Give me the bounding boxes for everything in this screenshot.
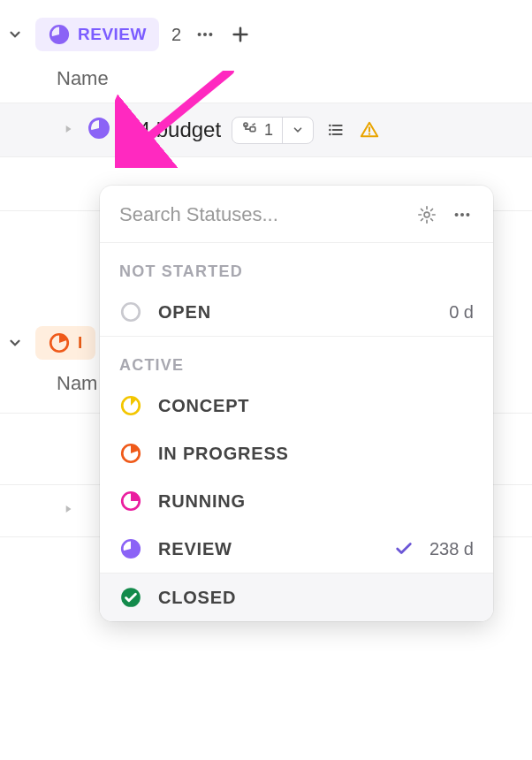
check-icon xyxy=(394,539,414,559)
svg-point-14 xyxy=(424,212,429,217)
svg-point-16 xyxy=(460,213,464,217)
more-menu-button[interactable] xyxy=(194,23,217,46)
status-option-review[interactable]: REVIEW 238 d xyxy=(100,525,493,573)
group-header-review: REVIEW 2 xyxy=(0,0,532,60)
in-progress-icon xyxy=(48,331,71,354)
status-group-active: ACTIVE xyxy=(100,337,493,382)
svg-point-18 xyxy=(122,303,140,321)
review-icon xyxy=(48,23,71,46)
status-more-button[interactable] xyxy=(451,203,474,226)
status-search-input[interactable] xyxy=(119,203,403,226)
ellipsis-icon xyxy=(195,25,215,44)
collapse-toggle[interactable] xyxy=(7,27,23,42)
subtask-chip: 1 xyxy=(232,117,314,144)
status-group-notstarted: NOT STARTED xyxy=(100,243,493,288)
status-badge-label: I xyxy=(78,333,83,353)
review-icon xyxy=(119,537,142,560)
subtask-dropdown-button[interactable] xyxy=(282,118,313,143)
expand-subtasks-toggle[interactable] xyxy=(62,503,74,518)
status-option-label: OPEN xyxy=(158,302,433,323)
open-icon xyxy=(119,300,142,323)
svg-point-3 xyxy=(209,33,212,36)
column-header-name[interactable]: Name xyxy=(0,60,532,103)
subtask-icon xyxy=(241,121,259,139)
task-row[interactable]: Q4 budget 1 xyxy=(0,103,532,157)
chevron-down-icon xyxy=(292,124,304,136)
status-option-concept[interactable]: CONCEPT xyxy=(100,382,493,429)
status-option-label: CLOSED xyxy=(158,588,474,608)
expand-subtasks-toggle[interactable] xyxy=(62,123,76,137)
status-option-label: IN PROGRESS xyxy=(158,444,474,464)
status-dropdown-header xyxy=(100,186,493,243)
svg-point-9 xyxy=(329,129,331,132)
svg-point-2 xyxy=(203,33,207,36)
running-icon xyxy=(119,490,142,513)
status-option-duration: 238 d xyxy=(429,539,474,559)
task-warning-indicator[interactable] xyxy=(358,118,381,141)
concept-icon xyxy=(119,394,142,417)
review-icon xyxy=(87,116,111,141)
collapse-toggle[interactable] xyxy=(7,335,23,351)
svg-point-12 xyxy=(369,133,370,134)
list-icon xyxy=(327,121,345,139)
in-progress-icon xyxy=(119,442,142,465)
svg-point-1 xyxy=(198,33,201,36)
status-option-label: RUNNING xyxy=(158,491,474,512)
svg-point-17 xyxy=(466,213,469,217)
status-option-closed[interactable]: CLOSED xyxy=(100,574,493,621)
status-option-label: REVIEW xyxy=(158,539,378,559)
status-settings-button[interactable] xyxy=(415,203,438,226)
task-name[interactable]: Q4 budget xyxy=(122,118,221,142)
subtask-count-button[interactable]: 1 xyxy=(232,118,282,143)
svg-rect-6 xyxy=(250,127,255,132)
status-option-inprogress[interactable]: IN PROGRESS xyxy=(100,429,493,477)
add-task-button[interactable] xyxy=(229,23,252,46)
ellipsis-icon xyxy=(452,205,472,224)
task-status-icon[interactable] xyxy=(87,116,111,144)
closed-icon xyxy=(119,586,142,609)
warning-icon xyxy=(360,120,379,140)
gear-icon xyxy=(417,205,437,224)
svg-point-10 xyxy=(329,133,331,136)
status-option-duration: 0 d xyxy=(449,302,474,323)
status-option-open[interactable]: OPEN 0 d xyxy=(100,288,493,336)
task-list-view-button[interactable] xyxy=(324,118,347,141)
plus-icon xyxy=(231,25,250,44)
status-badge-inprogress[interactable]: I xyxy=(35,326,95,360)
subtask-count: 1 xyxy=(264,121,273,140)
status-badge-review[interactable]: REVIEW xyxy=(35,18,159,51)
svg-point-5 xyxy=(244,123,247,126)
group-count: 2 xyxy=(171,25,181,45)
status-option-running[interactable]: RUNNING xyxy=(100,477,493,525)
svg-point-7 xyxy=(254,123,255,125)
status-option-label: CONCEPT xyxy=(158,396,474,416)
status-dropdown: NOT STARTED OPEN 0 d ACTIVE CONCEPT IN P… xyxy=(100,186,493,621)
svg-point-8 xyxy=(329,125,331,127)
svg-point-15 xyxy=(455,213,459,217)
status-badge-label: REVIEW xyxy=(78,25,147,44)
